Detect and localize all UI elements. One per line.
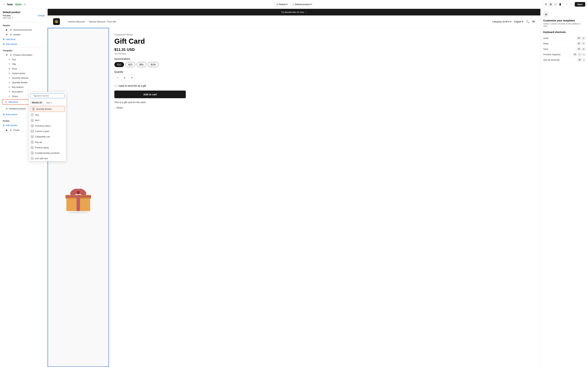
sidebar-item-title[interactable]: T Title [0,62,47,67]
plus-icon: ⊕ [3,38,5,41]
qty-minus-btn[interactable]: − [114,75,121,81]
chevron-down-icon: ▾ [510,20,511,23]
denom-btn-10[interactable]: $10 [114,62,124,67]
gift-desc: This is a gift card for the store [114,101,535,104]
mobile-view-btn[interactable]: 📱 [558,2,562,7]
desktop-view-btn[interactable]: 🖥 [549,2,553,7]
cart-icon[interactable]: 🛍 [532,20,535,23]
denom-btn-25[interactable]: $25 [125,62,135,67]
eye-icon[interactable]: ⊘ [40,107,45,110]
sidebar-item-footer[interactable]: ▶ ⊞ Footer ⊘ [0,128,47,132]
sidebar-item-quantity-selector[interactable]: # Quantity selector [0,76,47,80]
sidebar-item-header[interactable]: ▼ ⊞ Header [0,32,47,37]
panel-icon: ⊞ [543,12,549,17]
redo-btn[interactable]: ↪ [569,2,573,7]
sidebar-toggle-btn[interactable]: ☰ [544,2,548,7]
save-button[interactable]: Save [575,2,585,7]
add-to-cart-btn[interactable]: Add to cart [114,91,186,98]
svg-point-6 [77,191,80,194]
gift-image [61,180,95,214]
sidebar-header-section: Default product Preview Change Gift Card… [0,9,47,21]
expand-icon: ▼ [5,33,8,36]
text-icon: ≡ [8,58,10,61]
desc-icon: ≡ [8,91,10,93]
store-header: 🐝 Volume Discount Volume Discount - Free… [48,16,540,28]
undo-btn[interactable]: ↩ [565,2,569,7]
expand-icon: ▶ [5,28,8,31]
sidebar-item-text[interactable]: ≡ Text [0,57,47,62]
sidebar-item-description[interactable]: ≡ Description [0,89,47,94]
sidebar-item-product-info[interactable]: ▼ ⊞ Product information [0,52,47,57]
chevron-down-icon: ▾ [311,3,312,6]
nav-volume-free-gift[interactable]: Volume Discount - Free Gift [89,20,116,23]
sidebar-title: Default product [3,11,45,14]
logo-icon: 🐝 [53,18,60,25]
product-image-col [48,28,109,367]
header-section-label: Header [0,23,47,27]
device-icons: ☰ 🖥 ⬜ 📱 [543,1,563,7]
variant-icon: ⊘ [8,72,10,75]
back-icon[interactable]: ← [3,3,5,6]
product-dropdown[interactable]: ◇ Default product ▾ [291,2,314,7]
theme-dropdown[interactable]: ⊙ Default ▾ [274,2,289,7]
add-section-2-btn[interactable]: ⊕ Add section [0,112,47,117]
nav-volume-discount[interactable]: Volume Discount [68,20,85,23]
qty-plus-btn[interactable]: + [129,75,135,81]
divider [0,22,47,22]
logo-area: 🐝 [53,18,60,25]
sidebar-item-variant-picker[interactable]: ⊘ Variant picker [0,71,47,76]
denom-btn-50[interactable]: $50 [137,62,146,67]
add-section-3-btn[interactable]: ⊕ Add section [0,123,47,128]
layout-icon: ⊞ [545,13,547,16]
shortcuts-list: Undo ⌘ Z Redo ⌘ Y Save ⌘ S [543,35,585,63]
price-icon: ⊘ [8,68,10,70]
add-block-header-btn[interactable]: ⊕ Add block [0,37,47,42]
footer-eye-icon[interactable]: ⊘ [43,129,45,131]
external-link-icon: ↗ [12,17,13,19]
panel-subtitle: Select a section or block in the sidebar… [543,23,585,27]
topbar-left: ← Taste Live ••• [3,3,196,6]
footer-section-label: Footer [0,118,47,123]
change-link[interactable]: Change [38,14,45,17]
promo-bar: Try Bundle Bee for free → [48,9,540,16]
language-selector[interactable]: English ▾ [514,20,523,23]
live-dot [16,4,17,5]
sidebar-item-related-products[interactable]: ⊞ Related products [3,106,29,111]
gift-check-row: I want to send this as a gift [114,84,535,87]
live-badge: Live [14,3,22,6]
gift-checkbox[interactable] [114,85,117,87]
qty-row: − 1 + [114,75,135,81]
shortcut-undo: Undo ⌘ Z [543,35,585,41]
right-panel: ⊞ Customize your templates Select a sect… [540,9,588,367]
product-area: Snowboard Vendor Gift Card $11.31 USD Ta… [48,28,540,367]
share-icon: ⊙ [8,95,10,98]
add-section-1-btn[interactable]: ⊕ Add section [0,42,47,46]
price: $11.31 USD [114,47,535,52]
svg-rect-3 [66,196,91,197]
add-block-button[interactable]: ⊕ Add block [2,99,45,105]
plus-icon: ⊕ [3,124,5,127]
undo-redo-group: ↩ ↪ [565,2,573,7]
topbar: ← Taste Live ••• ⊙ Default ▾ ◇ Default p… [0,0,588,9]
sidebar-item-share[interactable]: ⊙ Share [0,94,47,99]
sidebar-item-buy-buttons[interactable]: ⊙ Buy buttons [0,85,47,89]
share-icon: ↑ [114,106,115,109]
locale-selector[interactable]: Lithuania | EUR € ▾ [492,20,512,23]
denom-btn-100[interactable]: $100 [148,62,159,67]
shortcut-all-shortcuts: See all shortcuts ⌘ / [543,57,585,63]
expand-icon: ▶ [5,129,8,131]
sidebar-item-announcement-bar[interactable]: ▶ ⊞ Announcement bar [0,27,47,32]
title-icon: T [8,63,10,66]
product-title: Gift Card [114,37,535,45]
vendor: Snowboard Vendor [114,33,535,36]
sidebar-item-price[interactable]: ⊘ Price [0,67,47,71]
chevron-down-icon: ▾ [286,3,287,6]
sidebar-item-quantity-breaks[interactable]: ⊙ Quantity Breaks [0,80,47,85]
shortcuts-title: Keyboard shortcuts [543,31,585,33]
template-label: Template [0,48,47,52]
search-icon[interactable]: 🔍 [526,20,529,23]
share-link[interactable]: ↑ Share [114,106,535,109]
tablet-view-btn[interactable]: ⬜ [553,2,558,7]
denom-label: Denominations [114,58,535,60]
more-icon[interactable]: ••• [24,3,26,6]
